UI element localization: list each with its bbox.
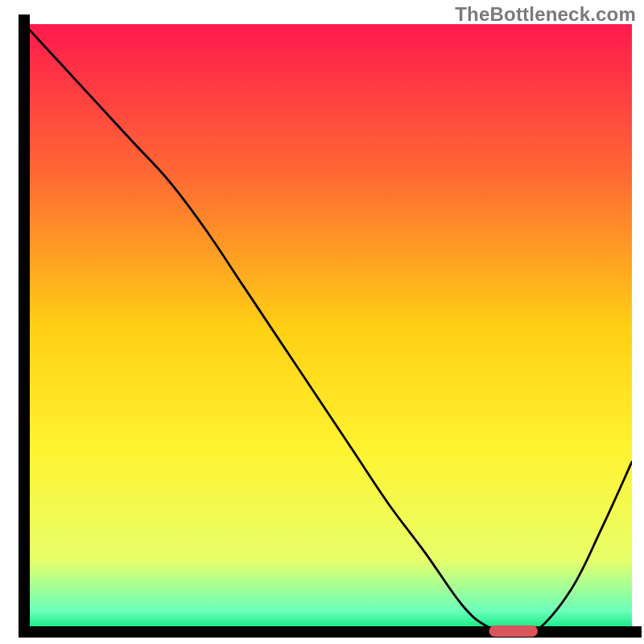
optimal-range-marker — [489, 625, 538, 637]
heat-background — [24, 24, 632, 632]
chart-stage: TheBottleneck.com — [0, 0, 644, 644]
bottleneck-chart — [0, 0, 644, 644]
